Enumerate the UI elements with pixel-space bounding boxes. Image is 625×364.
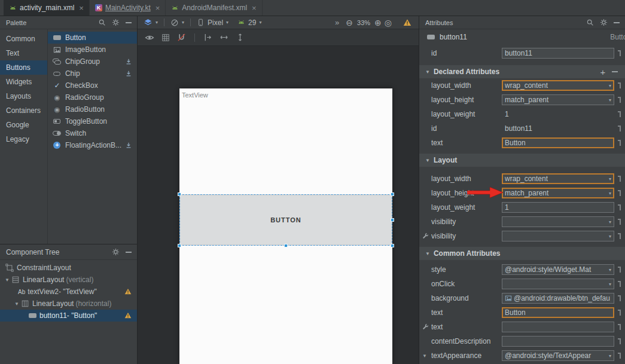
- minimize-icon[interactable]: [614, 22, 620, 23]
- gear-icon[interactable]: [112, 19, 120, 26]
- gear-icon[interactable]: [600, 19, 608, 26]
- component-chipgroup[interactable]: ChipGroup: [48, 56, 137, 68]
- api-level-selector[interactable]: 29: [248, 19, 256, 27]
- category-widgets[interactable]: Widgets: [0, 75, 47, 89]
- tree-item-linearlayout-horizontal[interactable]: ▼ LinearLayout (horizontal): [0, 298, 137, 310]
- autoconnect-magnet-icon[interactable]: [177, 33, 186, 42]
- resize-handle[interactable]: [391, 218, 394, 222]
- guidelines-icon[interactable]: [203, 33, 212, 42]
- layout-height-dropdown[interactable]: match_parent ▾: [502, 94, 614, 105]
- pin-flag-icon[interactable]: [618, 219, 621, 225]
- pin-flag-icon[interactable]: [618, 97, 621, 103]
- pin-flag-icon[interactable]: [618, 190, 621, 196]
- tree-item-textview2[interactable]: Ab textView2- "TextView": [0, 286, 137, 298]
- zoom-fit-button[interactable]: ◎: [385, 19, 392, 27]
- layout-width-dropdown[interactable]: wrap_content ▾: [502, 173, 614, 184]
- pin-flag-icon[interactable]: [618, 324, 621, 330]
- section-declared-attributes[interactable]: ▼ Declared Attributes +: [419, 65, 625, 78]
- resize-handle[interactable]: [391, 244, 394, 247]
- component-switch[interactable]: Switch: [48, 127, 137, 139]
- tools-visibility-dropdown[interactable]: ▾: [502, 231, 614, 241]
- tab-activity-main-xml[interactable]: activity_main.xml ×: [4, 0, 90, 16]
- component-floatingactionbutton[interactable]: + FloatingActionB...: [48, 139, 137, 151]
- remove-attribute-button[interactable]: [612, 71, 618, 72]
- pin-flag-icon[interactable]: [618, 281, 621, 287]
- resize-handle[interactable]: [178, 244, 181, 247]
- background-input[interactable]: @android:drawable/btn_defau: [502, 293, 614, 304]
- tree-item-linearlayout-vertical[interactable]: ▼ LinearLayout (vertical): [0, 274, 137, 286]
- text-input-declared[interactable]: Button: [502, 137, 614, 148]
- category-legacy[interactable]: Legacy: [0, 132, 47, 146]
- pin-flag-icon[interactable]: [618, 353, 621, 359]
- text-input[interactable]: Button: [502, 307, 614, 318]
- tree-item-constraintlayout[interactable]: ConstraintLayout: [0, 262, 137, 274]
- pin-flag-icon[interactable]: [618, 140, 621, 146]
- gear-icon[interactable]: [112, 248, 120, 256]
- view-options-eye-icon[interactable]: [145, 33, 154, 42]
- category-google[interactable]: Google: [0, 118, 47, 132]
- pin-flag-icon[interactable]: [618, 267, 621, 273]
- search-icon[interactable]: [586, 19, 594, 26]
- category-common[interactable]: Common: [0, 32, 47, 46]
- resize-handle[interactable]: [391, 192, 394, 196]
- resize-handle[interactable]: [178, 192, 181, 196]
- add-attribute-button[interactable]: +: [597, 67, 608, 77]
- category-buttons[interactable]: Buttons: [0, 60, 47, 75]
- orientation-icon[interactable]: [170, 19, 179, 27]
- component-checkbox[interactable]: ✓ CheckBox: [48, 79, 137, 91]
- tools-text-input[interactable]: [502, 322, 614, 332]
- layout-width-dropdown[interactable]: wrap_content ▾: [502, 80, 614, 91]
- close-icon[interactable]: ×: [79, 4, 84, 12]
- layout-weight-input[interactable]: 1: [502, 109, 614, 120]
- pin-flag-icon[interactable]: [618, 338, 621, 344]
- search-icon[interactable]: [98, 19, 106, 26]
- layout-weight-input[interactable]: 1: [502, 202, 614, 213]
- visibility-dropdown[interactable]: ▾: [502, 216, 614, 227]
- pin-flag-icon[interactable]: [618, 126, 621, 131]
- component-radiobutton[interactable]: ◉ RadioButton: [48, 103, 137, 115]
- close-icon[interactable]: ×: [156, 4, 160, 12]
- contentdescription-input[interactable]: [502, 336, 614, 347]
- grid-icon[interactable]: [161, 33, 170, 42]
- style-dropdown[interactable]: @android:style/Widget.Mat ▾: [502, 264, 614, 275]
- design-surface[interactable]: TextView BUTTON: [179, 88, 392, 364]
- tab-mainactivity-kt[interactable]: K MainActivity.kt ×: [90, 0, 166, 16]
- chevron-down-icon[interactable]: ▼: [13, 301, 20, 307]
- minimize-icon[interactable]: [126, 252, 132, 253]
- tree-item-button11[interactable]: button11- "Button": [0, 310, 137, 322]
- device-selector[interactable]: Pixel: [208, 19, 223, 27]
- component-button[interactable]: Button: [48, 32, 137, 44]
- category-text[interactable]: Text: [0, 46, 47, 60]
- id-input[interactable]: button11: [502, 48, 614, 59]
- tab-androidmanifest-xml[interactable]: AndroidManifest.xml ×: [166, 0, 262, 16]
- margins-horizontal-icon[interactable]: [219, 33, 228, 42]
- category-containers[interactable]: Containers: [0, 103, 47, 118]
- close-icon[interactable]: ×: [252, 4, 257, 12]
- layout-height-dropdown[interactable]: match_parent ▾: [502, 188, 614, 198]
- design-mode-icon[interactable]: [144, 18, 153, 27]
- component-chip[interactable]: Chip: [48, 68, 137, 79]
- section-layout[interactable]: ▼ Layout: [419, 154, 625, 167]
- component-togglebutton[interactable]: ToggleButton: [48, 115, 137, 127]
- pin-flag-icon[interactable]: [618, 176, 621, 182]
- textview-component[interactable]: TextView: [182, 91, 208, 99]
- minimize-icon[interactable]: [126, 22, 132, 23]
- pin-flag-icon[interactable]: [618, 82, 621, 88]
- component-imagebutton[interactable]: ImageButton: [48, 44, 137, 56]
- textappearance-dropdown[interactable]: @android:style/TextAppear ▾: [502, 350, 614, 361]
- chevron-down-icon[interactable]: ▼: [422, 353, 427, 359]
- chevron-down-icon[interactable]: ▼: [4, 277, 11, 283]
- resize-handle[interactable]: [284, 244, 288, 247]
- warnings-button[interactable]: [403, 19, 411, 27]
- component-radiogroup[interactable]: ◉ RadioGroup: [48, 91, 137, 103]
- zoom-in-button[interactable]: ⊕: [374, 19, 382, 27]
- category-layouts[interactable]: Layouts: [0, 89, 47, 103]
- pin-flag-icon[interactable]: [618, 50, 621, 56]
- selected-button-component[interactable]: BUTTON: [179, 194, 392, 246]
- onclick-dropdown[interactable]: ▾: [502, 279, 614, 289]
- zoom-out-button[interactable]: ⊖: [346, 19, 353, 27]
- id-input-declared[interactable]: button11: [502, 123, 614, 134]
- pin-flag-icon[interactable]: [618, 111, 621, 117]
- pin-flag-icon[interactable]: [618, 295, 621, 301]
- pin-flag-icon[interactable]: [618, 204, 621, 210]
